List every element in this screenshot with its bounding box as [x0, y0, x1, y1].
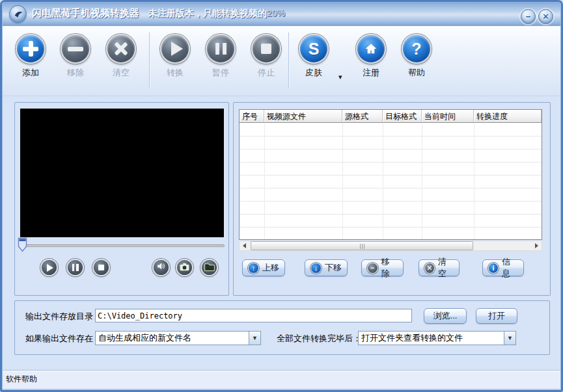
cross-icon: ✕: [424, 263, 435, 274]
convert-label: 转换: [167, 67, 184, 79]
title-bar[interactable]: 闪电黑莓手机视频转换器 未注册版本，只能转换视频的20% − ✕: [1, 1, 562, 26]
clear-list-button[interactable]: ✕ 清空: [419, 259, 460, 276]
add-label: 添加: [22, 67, 39, 79]
column-header-source-format[interactable]: 源格式: [342, 110, 383, 122]
table-header-row: 序号 视频源文件 源格式 目标格式 当前时间 转换进度: [240, 110, 542, 123]
speaker-icon: [156, 261, 166, 274]
stop-label: 停止: [258, 67, 275, 79]
table-body-empty[interactable]: [240, 124, 542, 239]
remove-item-button[interactable]: − 移除: [361, 259, 404, 276]
help-label: 帮助: [408, 67, 425, 79]
plus-icon: [16, 34, 46, 64]
unregistered-notice: 未注册版本，只能转换视频的20%: [148, 8, 285, 20]
move-down-label: 下移: [325, 262, 342, 274]
chevron-down-icon[interactable]: ▼: [504, 332, 515, 345]
browse-button[interactable]: 浏览...: [424, 308, 467, 324]
horizontal-scrollbar[interactable]: [239, 241, 542, 251]
skin-button[interactable]: S 皮肤: [291, 34, 336, 79]
browse-label: 浏览...: [433, 310, 458, 322]
play-icon: [47, 264, 53, 272]
column-header-index[interactable]: 序号: [240, 110, 264, 122]
after-convert-value: 打开文件夹查看转换的文件: [359, 332, 504, 344]
column-divider: [422, 124, 422, 239]
app-logo-icon: [9, 5, 27, 23]
open-dir-label: 打开: [488, 310, 505, 322]
status-bar: 软件帮助: [2, 370, 561, 388]
preview-play-button[interactable]: [40, 259, 58, 276]
pause-label: 暂停: [212, 67, 229, 79]
column-header-target-format[interactable]: 目标格式: [383, 110, 422, 122]
move-down-button[interactable]: ↓ 下移: [305, 259, 348, 276]
minimize-button[interactable]: −: [521, 9, 536, 24]
add-button[interactable]: 添加: [8, 34, 53, 79]
info-button[interactable]: i 信息: [482, 259, 524, 276]
seek-slider-thumb[interactable]: [18, 237, 27, 255]
triangle-left-icon: [243, 243, 246, 248]
stop-icon: [251, 34, 281, 64]
grip-icon: [362, 244, 363, 249]
scroll-right-button[interactable]: [532, 241, 542, 250]
remove-label: 移除: [67, 67, 84, 79]
clear-list-label: 清空: [438, 256, 454, 280]
scrollbar-thumb[interactable]: [251, 241, 473, 250]
column-header-progress[interactable]: 转换进度: [474, 110, 542, 122]
move-up-label: 上移: [262, 262, 279, 274]
home-icon: [356, 34, 386, 64]
clear-label: 清空: [113, 67, 130, 79]
skin-label: 皮肤: [305, 67, 322, 79]
column-header-current-time[interactable]: 当前时间: [422, 110, 474, 122]
triangle-right-icon: [535, 243, 538, 248]
if-exists-select[interactable]: 自动生成相应的新文件名 ▼: [95, 331, 261, 345]
help-button[interactable]: ? 帮助: [394, 34, 439, 79]
arrow-down-icon: ↓: [310, 263, 322, 274]
clear-button[interactable]: 清空: [98, 34, 144, 79]
preview-stop-button[interactable]: [92, 259, 110, 276]
camera-icon: [180, 262, 189, 274]
open-file-button[interactable]: [200, 259, 218, 276]
minus-icon: [61, 34, 90, 64]
skin-icon: S: [299, 34, 329, 64]
app-window: 闪电黑莓手机视频转换器 未注册版本，只能转换视频的20% − ✕ 添加 移除 清…: [0, 0, 563, 392]
column-header-source-file[interactable]: 视频源文件: [264, 110, 342, 122]
minus-icon: −: [367, 263, 378, 274]
stop-button[interactable]: 停止: [243, 34, 289, 79]
output-dir-input[interactable]: [95, 309, 412, 322]
toolbar-separator: [149, 33, 150, 88]
after-convert-label: 全部文件转换完毕后：: [277, 333, 361, 345]
unregistered-percent: 20%: [267, 8, 285, 18]
volume-button[interactable]: [152, 259, 170, 276]
chevron-down-icon[interactable]: ▼: [249, 332, 260, 345]
window-title: 闪电黑莓手机视频转换器: [32, 7, 139, 20]
play-icon: [160, 34, 190, 64]
snapshot-button[interactable]: [176, 259, 193, 276]
arrow-up-icon: ↑: [248, 263, 259, 274]
folder-icon: [204, 262, 215, 274]
convert-button[interactable]: 转换: [152, 34, 198, 79]
close-icon: ✕: [542, 12, 549, 21]
skin-dropdown-chevron-icon[interactable]: ▾: [338, 73, 342, 81]
output-settings-panel: 输出文件存放目录： 浏览... 打开 如果输出文件存在： 自动生成相应的新文件名…: [14, 300, 550, 355]
register-label: 注册: [363, 67, 379, 79]
output-dir-label: 输出文件存放目录：: [25, 311, 102, 322]
after-convert-select[interactable]: 打开文件夹查看转换的文件 ▼: [358, 331, 516, 345]
cross-icon: [106, 34, 136, 64]
scroll-left-button[interactable]: [240, 241, 249, 250]
open-dir-button[interactable]: 打开: [476, 308, 517, 324]
pause-button[interactable]: 暂停: [198, 34, 243, 79]
status-text: 软件帮助: [6, 374, 37, 385]
info-label: 信息: [502, 256, 518, 280]
video-preview: [20, 109, 225, 238]
preview-pause-button[interactable]: [66, 259, 84, 276]
remove-button[interactable]: 移除: [53, 34, 98, 79]
question-icon: ?: [402, 34, 432, 64]
pause-icon: [72, 264, 79, 271]
seek-slider-track[interactable]: [20, 244, 225, 247]
file-list-table[interactable]: 序号 视频源文件 源格式 目标格式 当前时间 转换进度: [239, 109, 542, 240]
remove-item-label: 移除: [381, 256, 398, 280]
column-divider: [342, 124, 343, 239]
close-button[interactable]: ✕: [538, 9, 553, 24]
if-exists-value: 自动生成相应的新文件名: [96, 332, 249, 344]
register-button[interactable]: 注册: [348, 34, 394, 79]
pause-icon: [206, 34, 236, 64]
move-up-button[interactable]: ↑ 上移: [242, 259, 285, 276]
